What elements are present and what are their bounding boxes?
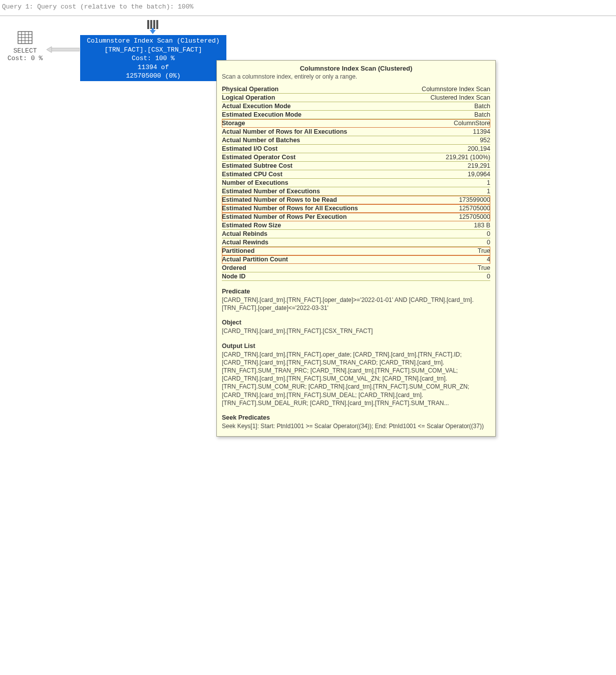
tooltip-title: Columnstore Index Scan (Clustered) — [222, 65, 490, 72]
svg-marker-8 — [47, 47, 52, 53]
query-cost-header: Query 1: Query cost (relative to the bat… — [0, 0, 616, 16]
data-flow-arrow-icon — [47, 46, 80, 55]
svg-rect-7 — [51, 48, 80, 51]
select-operator-node[interactable]: SELECT Cost: 0 % — [8, 31, 43, 62]
svg-rect-10 — [150, 20, 152, 29]
scan-node-line4: 11394 of — [82, 63, 224, 72]
svg-rect-11 — [153, 20, 155, 29]
scan-node-line3: Cost: 100 % — [82, 54, 224, 63]
scan-node-line2: [TRN_FACT].[CSX_TRN_FACT] — [82, 46, 224, 55]
select-node-title: SELECT — [14, 47, 37, 55]
table-result-icon — [18, 31, 33, 46]
scan-node-line1: Columnstore Index Scan (Clustered) — [82, 37, 224, 46]
columnstore-scan-icon — [145, 20, 160, 36]
tooltip-subtitle: Scan a columnstore index, entirely or on… — [222, 73, 490, 80]
svg-rect-14 — [152, 28, 154, 31]
scan-node-line5: 125705000 (0%) — [82, 72, 224, 81]
operator-properties-tooltip: Columnstore Index Scan (Clustered) Scan … — [216, 60, 496, 81]
svg-rect-12 — [156, 20, 158, 29]
columnstore-scan-operator-node[interactable]: Columnstore Index Scan (Clustered) [TRN_… — [80, 35, 226, 81]
svg-rect-9 — [147, 20, 149, 29]
select-node-cost: Cost: 0 % — [8, 55, 43, 62]
